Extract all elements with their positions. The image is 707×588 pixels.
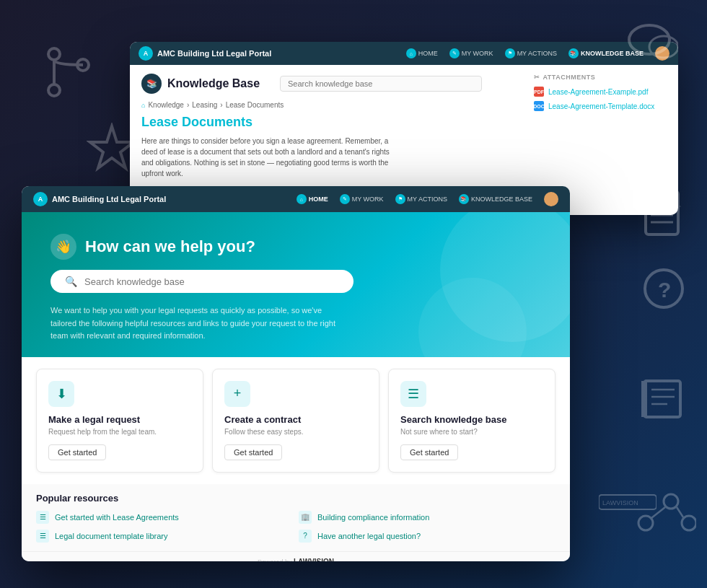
wave-icon: 👋 [50,234,76,260]
resource-label-2: Legal document template library [55,532,168,540]
breadcrumb-leasing: Leasing [192,101,217,109]
legal-request-subtitle: Request help from the legal team. [48,428,191,436]
book-icon [638,375,685,425]
attachment-1[interactable]: PDF Lease-Agreement-Example.pdf [534,87,667,97]
logo-icon: A [139,46,153,61]
home-dot: ⌂ [406,48,416,58]
create-contract-subtitle: Follow these easy steps. [224,428,367,436]
brand-logo: LAWVISION [294,558,334,561]
breadcrumb-knowledge: Knowledge [148,101,183,109]
resources-title: Popular resources [36,493,556,504]
breadcrumb-lease-docs: Lease Documents [226,101,284,109]
svg-point-22 [682,516,696,530]
create-contract-title: Create a contract [224,414,367,425]
resource-2[interactable]: ☰ Legal document template library [36,530,293,543]
search-kb-title: Search knowledge base [400,414,543,425]
hero-section: 👋 How can we help you? 🔍 We want to help… [22,212,570,357]
kb-dot: 📚 [568,48,579,58]
legal-request-title: Make a legal request [48,414,191,425]
attachments-panel: ✂ ATTACHMENTS PDF Lease-Agreement-Exampl… [522,74,667,179]
pdf-doc-icon [642,188,685,245]
front-kb-dot: 📚 [459,194,469,204]
work-dot: ✎ [449,48,460,58]
legal-request-icon: ⬇ [48,381,74,407]
git-icon [43,43,94,104]
front-work-dot: ✎ [340,194,350,204]
breadcrumb-sep2: › [220,101,222,109]
chat-bubble-icon [628,22,678,68]
svg-point-1 [48,84,60,96]
front-logo-icon: A [33,192,48,206]
pdf-icon-1: PDF [534,87,544,97]
front-avatar [544,192,558,206]
svg-line-23 [651,507,665,518]
back-topbar: A AMC Building Ltd Legal Portal ⌂ HOME ✎… [130,42,678,65]
create-contract-btn[interactable]: Get started [224,444,282,460]
lease-title: Lease Documents [141,115,522,130]
attachment-2[interactable]: DOC Lease-Agreement-Template.docx [534,101,667,111]
search-icon: 🔍 [65,276,77,287]
search-kb-subtitle: Not sure where to start? [400,428,543,436]
org-chart-icon [631,483,696,544]
front-nav-actions[interactable]: ⚑ MY ACTIONS [395,194,447,204]
svg-point-20 [638,516,653,530]
resource-icon-2: ☰ [36,530,49,543]
resource-3[interactable]: 🏢 Building compliance information [299,511,556,524]
svg-rect-15 [644,381,680,417]
attachments-label: ✂ ATTACHMENTS [534,74,667,81]
svg-text:?: ? [658,278,671,302]
front-actions-dot: ⚑ [395,194,405,204]
lease-description: Here are things to consider before you s… [141,136,401,179]
kb-search-input[interactable] [280,76,482,92]
kb-title: Knowledge Base [167,77,260,90]
hero-search-input[interactable] [84,276,339,287]
card-legal-request: ⬇ Make a legal request Request help from… [36,369,203,473]
search-kb-btn[interactable]: Get started [400,444,458,460]
front-company-name: AMC Building Ltd Legal Portal [52,195,166,203]
back-nav-home[interactable]: ⌂ HOME [406,48,438,58]
hero-title: How can we help you? [85,237,255,256]
back-company-name: AMC Building Ltd Legal Portal [157,49,271,58]
resources-section: Popular resources ☰ Get started with Lea… [22,484,570,551]
front-nav-mywork[interactable]: ✎ MY WORK [340,194,384,204]
legal-request-btn[interactable]: Get started [48,444,106,460]
resource-4[interactable]: ? Have another legal question? [299,530,556,543]
back-logo: A AMC Building Ltd Legal Portal [139,46,271,61]
breadcrumb-home-icon: ⌂ [141,102,145,109]
cards-section: ⬇ Make a legal request Request help from… [22,357,570,484]
svg-point-21 [664,494,678,509]
create-contract-icon: + [224,381,250,407]
question-icon: ? [642,267,685,313]
pdf-icon-2: DOC [534,101,544,111]
resource-icon-1: ☰ [36,511,49,524]
front-logo: A AMC Building Ltd Legal Portal [33,192,166,206]
back-left: 📚 Knowledge Base ⌂ Knowledge › Leasing ›… [141,74,522,179]
front-nav-home[interactable]: ⌂ HOME [297,194,328,204]
front-window: A AMC Building Ltd Legal Portal ⌂ HOME ✎… [22,186,570,561]
resource-icon-3: 🏢 [299,511,312,524]
footer: Powered by LAWVISION [22,551,570,561]
actions-dot: ⚑ [505,48,515,58]
breadcrumb: ⌂ Knowledge › Leasing › Lease Documents [141,101,522,109]
front-nav-kb[interactable]: 📚 KNOWLEDGE BASE [459,194,532,204]
svg-point-0 [48,48,60,60]
back-nav-actions[interactable]: ⚑ MY ACTIONS [505,48,557,58]
hero-description: We want to help you with your legal requ… [50,304,339,343]
resource-label-1: Get started with Lease Agreements [55,513,179,522]
resource-label-4: Have another legal question? [317,532,421,540]
powered-by-label: Powered by [258,558,292,561]
resource-icon-4: ? [299,530,312,543]
kb-icon: 📚 [141,74,162,94]
resources-grid: ☰ Get started with Lease Agreements 🏢 Bu… [36,511,556,543]
breadcrumb-sep1: › [187,101,189,109]
kb-header: 📚 Knowledge Base [141,74,522,94]
hero-search-bar[interactable]: 🔍 [50,270,354,293]
resource-label-3: Building compliance information [317,513,429,522]
svg-point-6 [649,36,678,58]
back-nav-mywork[interactable]: ✎ MY WORK [449,48,493,58]
svg-marker-4 [90,126,133,168]
resource-1[interactable]: ☰ Get started with Lease Agreements [36,511,293,524]
hero-greeting: 👋 How can we help you? [50,234,541,260]
svg-rect-7 [646,191,678,234]
card-create-contract: + Create a contract Follow these easy st… [212,369,379,473]
